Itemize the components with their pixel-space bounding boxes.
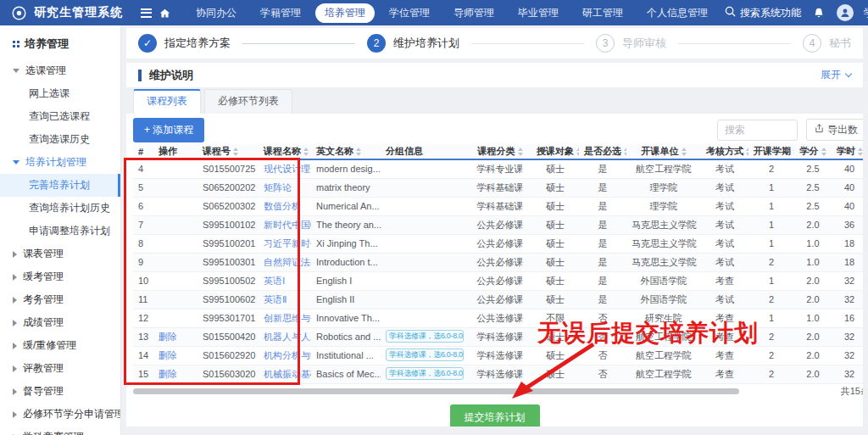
col-header-学时[interactable]: 学时 [832, 144, 863, 159]
sidebar-item-申请调整培养计划[interactable]: 申请调整培养计划 [0, 220, 120, 243]
nav-item-培养管理[interactable]: 培养管理 [315, 3, 375, 23]
course-name-link[interactable]: 机构分析与综... [259, 346, 311, 365]
cell-course-code: S995100502 [198, 271, 259, 290]
course-name-link[interactable]: 英语Ⅰ [259, 271, 311, 290]
sort-up-icon [303, 148, 309, 151]
cell-course-code: S995100201 [198, 234, 259, 253]
sidebar-item-查询选课历史[interactable]: 查询选课历史 [0, 128, 120, 151]
menu-collapse-icon[interactable] [141, 5, 152, 20]
sort-icon[interactable] [624, 148, 626, 156]
course-name-link[interactable]: 新时代中国特... [259, 215, 311, 234]
cell-course-code: S065200202 [198, 178, 259, 197]
cell-required: 是 [579, 197, 626, 215]
sort-up-icon [793, 148, 794, 151]
col-header-是否必选[interactable]: 是否必选 [579, 144, 626, 159]
course-name-link[interactable]: 创新思维与创... [259, 309, 311, 327]
avatar[interactable] [837, 4, 854, 21]
nav-item-个人信息管理[interactable]: 个人信息管理 [637, 3, 717, 23]
sort-icon[interactable] [858, 148, 863, 156]
course-name-link[interactable]: 机械振动基础 [259, 365, 311, 383]
col-header-学分[interactable]: 学分 [794, 144, 832, 159]
nav-item-毕业管理[interactable]: 毕业管理 [509, 3, 568, 23]
tab-必修环节列表[interactable]: 必修环节列表 [204, 89, 292, 114]
col-header-授课对象[interactable]: 授课对象 [531, 144, 579, 159]
sidebar-group-考务管理[interactable]: 考务管理 [0, 288, 120, 311]
sidebar-group-选课管理[interactable]: 选课管理 [0, 59, 120, 82]
sidebar-group-学科竞赛管理[interactable]: 学科竞赛管理 [0, 426, 120, 435]
sort-icon[interactable] [356, 148, 361, 156]
col-header-英文名称[interactable]: 英文名称 [311, 144, 381, 159]
col-header-label: 开课单位 [642, 146, 679, 156]
cell-assessment: 考查 [701, 365, 748, 383]
sort-icon[interactable] [821, 148, 826, 156]
app-logo-icon [12, 4, 26, 21]
scrollbar-thumb[interactable] [133, 388, 739, 394]
sidebar-group-缓考管理[interactable]: 缓考管理 [0, 265, 120, 288]
sort-icon[interactable] [746, 148, 748, 156]
user-label[interactable]: 学生-在校 | [864, 6, 868, 20]
expand-toggle[interactable]: 展开 [821, 68, 851, 82]
sort-down-icon [303, 153, 309, 156]
submit-plan-button[interactable]: 提交培养计划 [450, 404, 540, 427]
sort-icon[interactable] [233, 148, 238, 156]
course-name-link[interactable]: 习近平新时代... [259, 234, 311, 253]
sidebar-item-查询培养计划历史[interactable]: 查询培养计划历史 [0, 197, 120, 220]
add-course-button[interactable]: + 添加课程 [133, 118, 204, 142]
course-name-link[interactable]: 现代设计理论 [259, 159, 311, 178]
course-name-link[interactable]: 矩阵论 [259, 178, 311, 197]
cell-index: 15 [133, 365, 153, 383]
nav-item-导师管理[interactable]: 导师管理 [444, 3, 504, 23]
delete-link[interactable]: 删除 [153, 327, 198, 346]
col-header-label: 课程分类 [478, 146, 515, 156]
sort-icon[interactable] [518, 148, 523, 156]
course-name-link[interactable]: 英语Ⅱ [259, 290, 311, 309]
col-header-课程分类[interactable]: 课程分类 [469, 144, 531, 159]
stepper: ✓指定培养方案2维护培养计划3导师审核4秘书 [126, 28, 863, 59]
col-header-课程名称[interactable]: 课程名称 [259, 144, 311, 159]
col-header-开课单位[interactable]: 开课单位 [626, 144, 701, 159]
nav-item-学籍管理[interactable]: 学籍管理 [251, 3, 310, 23]
sort-icon[interactable] [682, 148, 687, 156]
sidebar-group-课表管理[interactable]: 课表管理 [0, 243, 120, 265]
cell-unit: 外国语学院 [626, 271, 701, 290]
nav-item-研工管理[interactable]: 研工管理 [573, 3, 632, 23]
sort-icon[interactable] [793, 148, 794, 156]
sidebar-group-培养计划管理[interactable]: 培养计划管理 [0, 151, 120, 174]
cell-group-info [381, 271, 469, 290]
step-check-icon: ✓ [138, 34, 157, 53]
course-name-link[interactable]: 自然辩证法概... [259, 253, 311, 271]
delete-link[interactable]: 删除 [153, 365, 198, 383]
caret-down-icon [13, 160, 19, 165]
sidebar-group-必修环节学分申请管理[interactable]: 必修环节学分申请管理 [0, 403, 120, 426]
sort-icon[interactable] [576, 148, 579, 156]
tab-课程列表[interactable]: 课程列表 [133, 89, 201, 114]
course-name-link[interactable]: 机器人与人工... [259, 327, 311, 346]
sidebar-item-网上选课[interactable]: 网上选课 [0, 82, 120, 105]
delete-link[interactable]: 删除 [153, 346, 198, 365]
bell-icon[interactable] [811, 5, 826, 20]
sidebar-item-完善培养计划[interactable]: 完善培养计划 [0, 174, 120, 197]
course-name-link[interactable]: 数值分析 [259, 197, 311, 215]
col-header-开课学期[interactable]: 开课学期 [748, 144, 794, 159]
cell-target: 硕士 [531, 197, 579, 215]
cell-target: 硕士 [531, 253, 579, 271]
sidebar-item-查询已选课程[interactable]: 查询已选课程 [0, 105, 120, 128]
cell-course-code: S995100301 [198, 253, 259, 271]
horizontal-scrollbar[interactable] [133, 388, 752, 395]
sidebar-group-督导管理[interactable]: 督导管理 [0, 380, 120, 403]
col-header-考核方式[interactable]: 考核方式 [701, 144, 748, 159]
sidebar-group-评教管理[interactable]: 评教管理 [0, 357, 120, 380]
nav-item-学位管理[interactable]: 学位管理 [380, 3, 439, 23]
search-input[interactable] [717, 120, 798, 141]
system-search[interactable]: 搜索系统功能 [725, 6, 801, 20]
nav-item-协同办公[interactable]: 协同办公 [186, 3, 246, 23]
sidebar-group-成绩管理[interactable]: 成绩管理 [0, 311, 120, 334]
col-header-课程号[interactable]: 课程号 [198, 144, 259, 159]
sidebar-group-label: 督导管理 [23, 384, 64, 399]
home-icon[interactable] [159, 5, 170, 20]
sidebar-group-缓/重修管理[interactable]: 缓/重修管理 [0, 334, 120, 357]
export-button[interactable]: 导出数 [806, 119, 863, 141]
step-3: 3导师审核 [596, 34, 666, 53]
cell-hours: 32 [832, 327, 863, 346]
sort-icon[interactable] [303, 148, 309, 156]
